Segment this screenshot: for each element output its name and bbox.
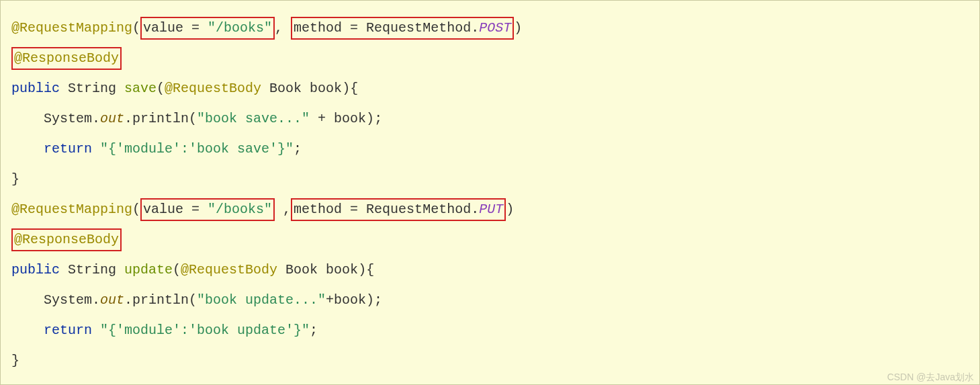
system: System. (44, 292, 100, 308)
system: System. (44, 111, 100, 126)
indent (11, 111, 44, 126)
paren-open: ( (132, 20, 140, 36)
method-requestmethod: method = RequestMethod. (294, 20, 479, 36)
field-out: out (100, 111, 124, 126)
keyword-return: return (44, 323, 100, 338)
annotation-responsebody: @ResponseBody (14, 232, 119, 247)
method-save: save (124, 81, 157, 96)
indent (11, 141, 44, 157)
code-line-8: @ResponseBody (11, 224, 969, 255)
field-out: out (100, 292, 124, 308)
method-requestmethod: method = RequestMethod. (294, 202, 479, 217)
arg-book: book (310, 81, 342, 96)
annotation-requestbody: @RequestBody (165, 81, 269, 96)
string-book-update: "book update..." (197, 292, 326, 308)
semicolon: ; (310, 323, 318, 338)
annotation-requestmapping: @RequestMapping (11, 202, 132, 217)
value-equals: value = (143, 20, 208, 36)
highlight-responsebody-2: @ResponseBody (11, 228, 122, 251)
keyword-public: public (11, 81, 68, 96)
type-book: Book (285, 262, 326, 277)
println: .println (124, 111, 189, 126)
value-equals: value = (143, 202, 208, 217)
code-line-3: public String save(@RequestBody Book boo… (11, 73, 969, 103)
code-line-7: @RequestMapping(value = "/books" ,method… (11, 194, 969, 224)
annotation-responsebody: @ResponseBody (14, 50, 119, 66)
paren-close-brace: ){ (358, 262, 374, 277)
plus-book: +book); (326, 292, 382, 308)
indent (11, 323, 44, 338)
indent (11, 292, 44, 308)
brace-close: } (11, 171, 19, 187)
highlight-method-put: method = RequestMethod.PUT (291, 198, 506, 221)
code-line-11: return "{'module':'book update'}"; (11, 315, 969, 345)
paren-close: ) (506, 202, 514, 217)
code-line-1: @RequestMapping(value = "/books", method… (11, 13, 969, 43)
type-string: String (68, 262, 124, 277)
keyword-public: public (11, 262, 68, 277)
highlight-responsebody-1: @ResponseBody (11, 47, 122, 70)
string-books: "/books" (208, 202, 272, 217)
string-module-save: "{'module':'book save'}" (100, 141, 294, 157)
code-line-5: return "{'module':'book save'}"; (11, 134, 969, 164)
code-line-6: } (11, 164, 969, 194)
paren-close: ) (514, 20, 522, 36)
highlight-value-books-1: value = "/books" (140, 17, 275, 40)
enum-put: PUT (479, 202, 503, 217)
code-line-12: } (11, 345, 969, 376)
println: .println (124, 292, 189, 308)
enum-post: POST (479, 20, 511, 36)
paren-open: ( (173, 262, 181, 277)
separator: , (275, 202, 291, 217)
arg-book: book (326, 262, 358, 277)
code-line-4: System.out.println("book save..." + book… (11, 103, 969, 134)
code-line-9: public String update(@RequestBody Book b… (11, 255, 969, 285)
paren-close-brace: ){ (342, 81, 358, 96)
paren-open: ( (132, 202, 140, 217)
brace-close: } (11, 353, 19, 368)
paren-open: ( (157, 81, 165, 96)
code-line-2: @ResponseBody (11, 43, 969, 73)
string-module-update: "{'module':'book update'}" (100, 323, 310, 338)
semicolon: ; (294, 141, 302, 157)
keyword-return: return (44, 141, 100, 157)
paren-open: ( (189, 292, 197, 308)
method-update: update (124, 262, 173, 277)
highlight-method-post: method = RequestMethod.POST (291, 17, 514, 40)
type-string: String (68, 81, 124, 96)
type-book: Book (269, 81, 310, 96)
paren-open: ( (189, 111, 197, 126)
highlight-value-books-2: value = "/books" (140, 198, 275, 221)
string-book-save: "book save..." (197, 111, 310, 126)
annotation-requestbody: @RequestBody (181, 262, 285, 277)
string-books: "/books" (208, 20, 272, 36)
annotation-requestmapping: @RequestMapping (11, 20, 132, 36)
plus-book: + book); (310, 111, 382, 126)
separator: , (275, 20, 291, 36)
code-line-10: System.out.println("book update..."+book… (11, 285, 969, 315)
